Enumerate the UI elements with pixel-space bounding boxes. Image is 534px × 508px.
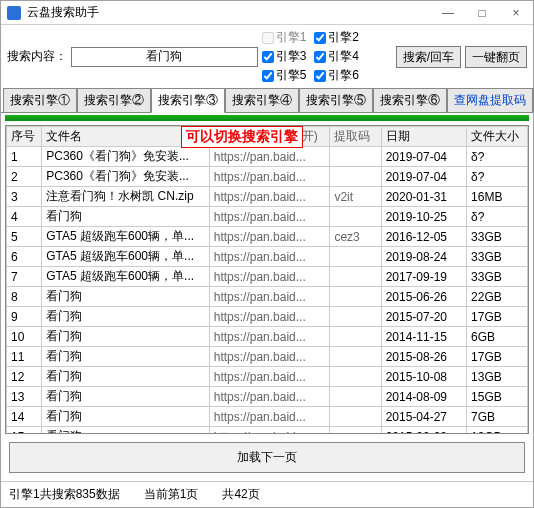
col-header-password[interactable]: 提取码 xyxy=(330,127,381,147)
cell-date: 2017-09-19 xyxy=(381,267,466,287)
search-input[interactable] xyxy=(71,47,258,67)
table-row[interactable]: 12看门狗https://pan.baid...2015-10-0813GB xyxy=(7,367,528,387)
cell-size: 13GB xyxy=(467,367,528,387)
table-row[interactable]: 10看门狗https://pan.baid...2014-11-156GB xyxy=(7,327,528,347)
cell-idx: 9 xyxy=(7,307,42,327)
cell-pwd xyxy=(330,427,381,435)
cell-name: GTA5 超级跑车600辆，单... xyxy=(42,247,209,267)
engine-checkbox-input-5[interactable] xyxy=(262,70,274,82)
col-header-size[interactable]: 文件大小 xyxy=(467,127,528,147)
cell-size: 7GB xyxy=(467,407,528,427)
table-row[interactable]: 11看门狗https://pan.baid...2015-08-2617GB xyxy=(7,347,528,367)
table-row[interactable]: 9看门狗https://pan.baid...2015-07-2017GB xyxy=(7,307,528,327)
cell-date: 2019-07-04 xyxy=(381,147,466,167)
table-row[interactable]: 8看门狗https://pan.baid...2015-06-2622GB xyxy=(7,287,528,307)
cell-url: https://pan.baid... xyxy=(209,247,330,267)
cell-date: 2019-08-24 xyxy=(381,247,466,267)
cell-idx: 2 xyxy=(7,167,42,187)
cell-size: δ? xyxy=(467,167,528,187)
cell-url: https://pan.baid... xyxy=(209,367,330,387)
search-label: 搜索内容： xyxy=(7,48,67,65)
cell-pwd xyxy=(330,307,381,327)
table-row[interactable]: 14看门狗https://pan.baid...2015-04-277GB xyxy=(7,407,528,427)
cell-size: δ? xyxy=(467,147,528,167)
cell-date: 2015-04-27 xyxy=(381,407,466,427)
cell-url: https://pan.baid... xyxy=(209,347,330,367)
maximize-button[interactable]: □ xyxy=(465,1,499,25)
cell-size: 33GB xyxy=(467,227,528,247)
table-row[interactable]: 7GTA5 超级跑车600辆，单...https://pan.baid...20… xyxy=(7,267,528,287)
cell-idx: 7 xyxy=(7,267,42,287)
cell-date: 2015-07-20 xyxy=(381,307,466,327)
cell-name: 看门狗 xyxy=(42,347,209,367)
cell-idx: 13 xyxy=(7,387,42,407)
table-row[interactable]: 5GTA5 超级跑车600辆，单...https://pan.baid...ce… xyxy=(7,227,528,247)
cell-name: 看门狗 xyxy=(42,387,209,407)
status-current-page: 当前第1页 xyxy=(144,486,199,503)
cell-pwd xyxy=(330,247,381,267)
flip-page-button[interactable]: 一键翻页 xyxy=(465,46,527,68)
cell-idx: 3 xyxy=(7,187,42,207)
close-button[interactable]: × xyxy=(499,1,533,25)
cell-pwd xyxy=(330,287,381,307)
cell-size: 15GB xyxy=(467,387,528,407)
load-more-button[interactable]: 加载下一页 xyxy=(9,442,525,473)
col-header-url[interactable]: 下载地址(双击打开) xyxy=(209,127,330,147)
col-header-date[interactable]: 日期 xyxy=(381,127,466,147)
cell-pwd xyxy=(330,327,381,347)
minimize-button[interactable]: — xyxy=(431,1,465,25)
cell-size: 17GB xyxy=(467,347,528,367)
engine-checkbox-1: 引擎1 xyxy=(262,29,307,46)
table-row[interactable]: 2PC360《看门狗》免安装...https://pan.baid...2019… xyxy=(7,167,528,187)
tab-engine-5[interactable]: 搜索引擎⑤ xyxy=(299,88,373,112)
status-count: 引擎1共搜索835数据 xyxy=(9,486,120,503)
cell-name: PC360《看门狗》免安装... xyxy=(42,147,209,167)
cell-url: https://pan.baid... xyxy=(209,227,330,247)
tab-engine-3[interactable]: 搜索引擎③ xyxy=(151,88,225,113)
cell-name: 看门狗 xyxy=(42,407,209,427)
engine-label-4: 引擎4 xyxy=(328,48,359,65)
cell-idx: 1 xyxy=(7,147,42,167)
cell-pwd xyxy=(330,407,381,427)
cell-name: PC360《看门狗》免安装... xyxy=(42,167,209,187)
engine-checkbox-2[interactable]: 引擎2 xyxy=(314,29,359,46)
col-header-index[interactable]: 序号 xyxy=(7,127,42,147)
tab-engine-1[interactable]: 搜索引擎① xyxy=(3,88,77,112)
tab-engine-6[interactable]: 搜索引擎⑥ xyxy=(373,88,447,112)
cell-url: https://pan.baid... xyxy=(209,427,330,435)
app-icon xyxy=(7,6,21,20)
engine-checkbox-input-3[interactable] xyxy=(262,51,274,63)
table-row[interactable]: 6GTA5 超级跑车600辆，单...https://pan.baid...20… xyxy=(7,247,528,267)
table-row[interactable]: 3注意看门狗！水树凯 CN.ziphttps://pan.baid...v2it… xyxy=(7,187,528,207)
cell-date: 2015-02-22 xyxy=(381,427,466,435)
cell-idx: 6 xyxy=(7,247,42,267)
cell-name: 看门狗 xyxy=(42,207,209,227)
tab-engine-2[interactable]: 搜索引擎② xyxy=(77,88,151,112)
engine-checkbox-3[interactable]: 引擎3 xyxy=(262,48,307,65)
table-row[interactable]: 13看门狗https://pan.baid...2014-08-0915GB xyxy=(7,387,528,407)
cell-size: 33GB xyxy=(467,247,528,267)
engine-checkbox-input-6[interactable] xyxy=(314,70,326,82)
search-button[interactable]: 搜索/回车 xyxy=(396,46,461,68)
engine-label-3: 引擎3 xyxy=(276,48,307,65)
engine-checkbox-5[interactable]: 引擎5 xyxy=(262,67,307,84)
status-total-pages: 共42页 xyxy=(222,486,259,503)
engine-checkbox-input-4[interactable] xyxy=(314,51,326,63)
col-header-filename[interactable]: 文件名 xyxy=(42,127,209,147)
cell-size: 16MB xyxy=(467,187,528,207)
engine-checkboxes: 引擎1引擎2引擎3引擎4引擎5引擎6 xyxy=(262,29,392,84)
engine-checkbox-6[interactable]: 引擎6 xyxy=(314,67,359,84)
table-row[interactable]: 4看门狗https://pan.baid...2019-10-25δ? xyxy=(7,207,528,227)
tab-engine-4[interactable]: 搜索引擎④ xyxy=(225,88,299,112)
table-row[interactable]: 15看门狗https://pan.baid...2015-02-2213GB xyxy=(7,427,528,435)
engine-checkbox-4[interactable]: 引擎4 xyxy=(314,48,359,65)
cell-name: 看门狗 xyxy=(42,427,209,435)
tab-lookup-password[interactable]: 查网盘提取码 xyxy=(447,88,533,112)
cell-idx: 14 xyxy=(7,407,42,427)
titlebar: 云盘搜索助手 — □ × xyxy=(1,1,533,25)
cell-idx: 8 xyxy=(7,287,42,307)
engine-checkbox-input-2[interactable] xyxy=(314,32,326,44)
cell-size: 33GB xyxy=(467,267,528,287)
table-row[interactable]: 1PC360《看门狗》免安装...https://pan.baid...2019… xyxy=(7,147,528,167)
cell-idx: 10 xyxy=(7,327,42,347)
